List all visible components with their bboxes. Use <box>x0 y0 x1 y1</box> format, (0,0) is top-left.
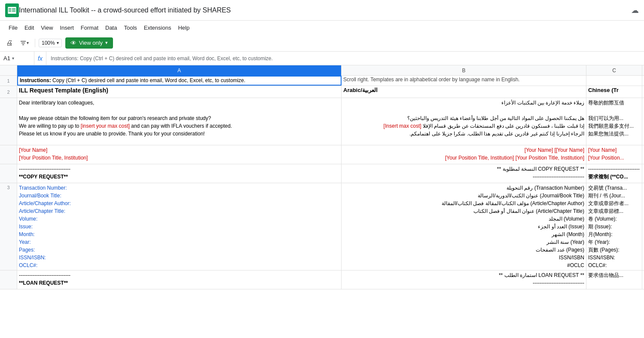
table-row: ------------------------------ **COPY RE… <box>0 164 644 183</box>
menu-help[interactable]: Help <box>174 23 193 33</box>
cell-a-names[interactable]: [Your Name] [Your Position Title, Instit… <box>17 145 342 164</box>
filter-icon <box>20 40 27 46</box>
column-headers: A B C <box>0 65 644 76</box>
menu-extensions[interactable]: Extensions <box>140 23 175 33</box>
menu-bar: File Edit View Insert Format Data Tools … <box>0 21 644 34</box>
svg-rect-7 <box>12 11 15 12</box>
row-num-copy <box>0 164 17 183</box>
menu-tools[interactable]: Tools <box>120 23 140 33</box>
spreadsheet-area: A B C 1 Instructions: Copy (Ctrl + C) de… <box>0 65 644 338</box>
row-num-1: 1 <box>0 76 17 86</box>
formula-bar: A1 ▾ fx Instructions: Copy (Ctrl + C) de… <box>0 52 644 65</box>
cell-ref-chevron-icon: ▾ <box>12 56 14 61</box>
row-num-body1 <box>0 98 17 145</box>
svg-rect-4 <box>9 11 11 12</box>
cell-b2[interactable]: Arabic/العربية <box>342 86 586 98</box>
row-num-3: 3 <box>0 183 17 270</box>
zoom-chevron-icon: ▾ <box>57 40 59 45</box>
svg-rect-3 <box>9 9 11 10</box>
cell-a2[interactable]: ILL Request Template (English) <box>17 86 342 98</box>
table-row: Dear interlibrary loan colleagues, May w… <box>0 98 644 145</box>
cell-b-loan[interactable]: ** LOAN REQUEST استمارة الطلب ** -------… <box>342 270 586 289</box>
table-row: 3 Transaction Number: Journal/Book Title… <box>0 183 644 270</box>
formula-text: Instructions: Copy (Ctrl + C) desired ce… <box>46 55 644 61</box>
cell-b-body1[interactable]: زملاء خدمة الإعارة بين المكتبات الأعزاء … <box>342 98 586 145</box>
filter-chevron-icon: ▾ <box>27 40 29 45</box>
toolbar-separator-1 <box>35 39 35 47</box>
formula-icon: fx <box>34 52 46 65</box>
col-header-c[interactable]: C <box>586 65 642 76</box>
row-num-names <box>0 145 17 164</box>
svg-rect-6 <box>12 9 15 10</box>
zoom-control[interactable]: 100% ▾ <box>39 39 62 47</box>
cell-a-body1[interactable]: Dear interlibrary loan colleagues, May w… <box>17 98 342 145</box>
view-only-button[interactable]: 👁 View only ▾ <box>65 37 113 49</box>
cell-c3[interactable]: 交易號 (Transa... 期刊 / 书 (Jour... 文章或章節作者..… <box>586 183 642 270</box>
cell-b-copy[interactable]: ** COPY REQUEST النسخة لمطلوبة ** ------… <box>342 164 586 183</box>
cell-c-copy[interactable]: ------------------------------ 要求複制 (**C… <box>586 164 642 183</box>
eye-icon: 👁 <box>70 40 76 46</box>
table-row: ------------------------------ **LOAN RE… <box>0 270 644 289</box>
row-num-loan <box>0 270 17 289</box>
cell-b1[interactable]: Scroll right. Templates are in alphabeti… <box>342 76 586 86</box>
view-only-chevron-icon: ▾ <box>105 40 108 46</box>
sheets-app-icon <box>5 3 19 17</box>
col-header-b[interactable]: B <box>342 65 586 76</box>
cell-a1[interactable]: Instructions: Copy (Ctrl + C) desired ce… <box>17 76 342 86</box>
table-row: 2 ILL Request Template (English) Arabic/… <box>0 86 644 98</box>
menu-data[interactable]: Data <box>102 23 120 33</box>
menu-edit[interactable]: Edit <box>21 23 37 33</box>
row-num-header <box>0 65 17 75</box>
menu-insert[interactable]: Insert <box>56 23 77 33</box>
cell-c-body1[interactable]: 尊敬的館際互借 我们可以为用... 我們願意最多支付... 如果您無法提供... <box>586 98 642 145</box>
document-title: International ILL Toolkit -- a crowd-sou… <box>19 6 628 14</box>
rows-area[interactable]: 1 Instructions: Copy (Ctrl + C) desired … <box>0 76 644 338</box>
cell-c2[interactable]: Chinese (Tr <box>586 86 642 98</box>
table-row: 1 Instructions: Copy (Ctrl + C) desired … <box>0 76 644 86</box>
zoom-value: 100% <box>42 40 55 46</box>
title-bar: International ILL Toolkit -- a crowd-sou… <box>0 0 644 21</box>
cell-a-copy[interactable]: ------------------------------ **COPY RE… <box>17 164 342 183</box>
cell-ref-value: A1 <box>3 55 10 61</box>
table-row: [Your Name] [Your Position Title, Instit… <box>0 145 644 164</box>
filter-button[interactable]: ▾ <box>17 38 31 48</box>
cell-c1[interactable] <box>586 76 642 86</box>
cell-c-names[interactable]: [Your Name] [Your Position... <box>586 145 642 164</box>
cell-reference-box[interactable]: A1 ▾ <box>0 52 34 65</box>
cell-c-loan[interactable]: 要求借出物品... <box>586 270 642 289</box>
print-button[interactable]: 🖨 <box>3 37 15 49</box>
menu-file[interactable]: File <box>5 23 21 33</box>
menu-format[interactable]: Format <box>77 23 102 33</box>
cell-a3[interactable]: Transaction Number: Journal/Book Title: … <box>17 183 342 270</box>
svg-rect-2 <box>9 8 11 9</box>
view-only-label: View only <box>79 40 103 46</box>
svg-rect-5 <box>12 8 15 9</box>
cell-a-loan[interactable]: ------------------------------ **LOAN RE… <box>17 270 342 289</box>
menu-view[interactable]: View <box>37 23 56 33</box>
row-num-2: 2 <box>0 86 17 98</box>
toolbar: 🖨 ▾ 100% ▾ 👁 View only ▾ <box>0 34 644 52</box>
col-header-a[interactable]: A <box>17 65 342 76</box>
cloud-save-icon: ☁ <box>631 6 639 15</box>
cell-b-names[interactable]: [Your Name]] [Your Name] [Your Position … <box>342 145 586 164</box>
cell-b3[interactable]: (Transaction Number) رقم التحويلة (Journ… <box>342 183 586 270</box>
